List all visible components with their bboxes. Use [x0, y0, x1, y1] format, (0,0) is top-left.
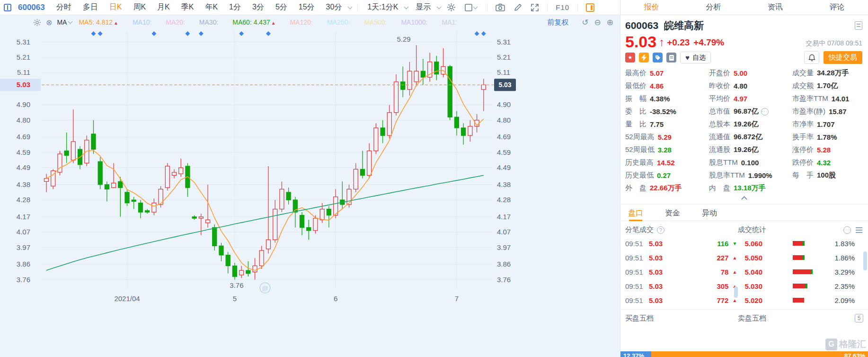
period-button-日K[interactable]: 日K	[104, 2, 128, 12]
ma-legend-item[interactable]: MA250:	[327, 18, 350, 26]
subtab-资金[interactable]: 资金	[665, 205, 680, 221]
ma-values: MA5: 4.812▲MA10:MA20:MA30:MA60: 4.437▲MA…	[79, 18, 471, 26]
chevron-down-icon[interactable]	[437, 4, 442, 9]
ma-legend-item[interactable]: MA5: 4.812▲	[79, 18, 118, 26]
display-menu-button[interactable]: 显示	[410, 2, 436, 12]
period-button-30分[interactable]: 30分	[320, 2, 348, 12]
ma-legend-item[interactable]: MA20:	[166, 18, 185, 26]
brand-watermark: G 格隆汇	[825, 338, 866, 350]
help-icon[interactable]: ?	[657, 226, 664, 234]
stats-list-scrollbar[interactable]	[863, 251, 867, 270]
collapse-quote-button[interactable]	[620, 195, 868, 201]
period-button-5分[interactable]: 5分	[270, 2, 293, 12]
panel-tab-资讯[interactable]: 资讯	[768, 2, 783, 12]
chevron-down-icon[interactable]	[68, 19, 73, 24]
indicator-settings-gear-icon[interactable]	[33, 18, 41, 27]
gear-icon[interactable]	[447, 3, 456, 12]
ma-legend-item[interactable]: MA60: 4.437▲	[232, 18, 275, 26]
svg-text:4.38: 4.38	[17, 180, 30, 188]
pencil-icon[interactable]	[514, 3, 522, 12]
notes-icon[interactable]	[855, 21, 862, 30]
level5-quote-icon[interactable]: 5	[855, 314, 863, 322]
quote-cell: 外 盘22.66万手	[625, 184, 709, 193]
indicator-legend: ⊗ MA MA5: 4.812▲MA10:MA20:MA30:MA60: 4.4…	[0, 15, 620, 29]
sell-depth-label[interactable]: 卖盘五档	[738, 314, 766, 323]
report-badge-icon[interactable]	[666, 53, 676, 62]
list-view-icon[interactable]	[856, 227, 862, 233]
quick-trade-button[interactable]: 快捷交易	[824, 51, 862, 64]
trade-count: 772	[678, 296, 728, 304]
ma-legend-item[interactable]: MA10:	[133, 18, 151, 26]
kline-chart-area[interactable]: 5.315.315.215.215.115.114.904.904.804.80…	[0, 29, 620, 357]
more-options-icon[interactable]: ···	[843, 226, 851, 234]
period-button-分时[interactable]: 分时	[51, 2, 77, 12]
panel-tab-报价[interactable]: 报价	[644, 2, 659, 12]
adjust-mode-button[interactable]: 前复权	[547, 18, 568, 27]
indicator-close-icon[interactable]: ⊗	[46, 18, 52, 27]
subtab-盘口[interactable]: 盘口	[628, 205, 643, 221]
quote-label: 市盈率(静)	[792, 107, 825, 116]
svg-text:5.03: 5.03	[17, 80, 30, 89]
triangle-down-icon: ▼	[728, 241, 737, 246]
chevron-down-icon[interactable]	[348, 4, 353, 9]
ma-legend-item[interactable]: MA1:	[442, 18, 457, 26]
svg-text:@: @	[262, 285, 268, 292]
tick-list-scrollbar[interactable]	[734, 286, 738, 298]
stat-pct: 2.09%	[834, 296, 855, 304]
fullscreen-icon[interactable]	[531, 3, 539, 12]
quote-cell: 成交额1.70亿	[792, 81, 865, 90]
period-button-季K[interactable]: 季K	[176, 2, 200, 12]
side-panel-toggle-icon[interactable]	[586, 3, 594, 12]
period-button-多日[interactable]: 多日	[77, 2, 104, 12]
shanghai-connect-badge-icon[interactable]: ★	[625, 53, 635, 62]
ma-legend-item[interactable]: MA30:	[199, 18, 218, 26]
trade-time: 09:51	[625, 240, 649, 248]
ma-indicator-label[interactable]: MA	[57, 18, 67, 26]
period-button-15分[interactable]: 15分	[293, 2, 320, 12]
undo-icon[interactable]: ↺	[582, 18, 588, 27]
quote-value: 5.29	[658, 133, 672, 141]
svg-text:7: 7	[455, 295, 459, 303]
compare-mode-button[interactable]: 1天:1分K	[362, 2, 404, 12]
camera-icon[interactable]	[496, 3, 505, 11]
ma-legend-item[interactable]: MA500:	[364, 18, 387, 26]
tag-badge-icon[interactable]	[653, 53, 663, 62]
buy-depth-label[interactable]: 买盘五档	[625, 314, 738, 323]
zoom-out-icon[interactable]: ⊖	[594, 18, 601, 27]
quote-value: 1.990%	[748, 171, 772, 179]
lightning-badge-icon[interactable]	[639, 53, 649, 62]
panel-tab-分析[interactable]: 分析	[706, 2, 721, 12]
alert-bell-button[interactable]	[804, 51, 819, 64]
quote-cell: 振 幅4.38%	[625, 94, 709, 103]
period-button-1分[interactable]: 1分	[223, 2, 247, 12]
svg-text:5.31: 5.31	[497, 38, 511, 46]
add-favorite-button[interactable]: ♥ 自选	[680, 52, 711, 63]
kline-chart-svg[interactable]: 5.315.315.215.215.115.114.904.904.804.80…	[0, 29, 620, 357]
trade-stats-list[interactable]: 5.0601.83%5.0501.86%5.0403.29%5.0302.35%…	[737, 236, 865, 307]
quote-row: 历史最高14.52股息TTM0.100跌停价4.32	[625, 156, 865, 169]
f10-button[interactable]: F10	[556, 3, 569, 11]
tick-trade-list[interactable]: 09:515.03116▼09:515.03227▲09:515.0378▲09…	[625, 236, 737, 307]
quote-row: 外 盘22.66万手内 盘13.18万手	[625, 182, 865, 195]
zoom-in-icon[interactable]: ⊕	[607, 18, 613, 27]
quote-value: 4.80	[734, 82, 747, 90]
sidebar-toggle-icon[interactable]	[4, 4, 11, 11]
period-button-周K[interactable]: 周K	[127, 2, 151, 12]
ma-legend-item[interactable]: MA1000:	[401, 18, 427, 26]
period-button-3分[interactable]: 3分	[247, 2, 270, 12]
subtab-异动[interactable]: 异动	[702, 205, 717, 221]
svg-text:3.86: 3.86	[17, 260, 30, 268]
ellipsis-icon[interactable]: ···	[761, 108, 769, 116]
period-button-月K[interactable]: 月K	[151, 2, 176, 12]
quote-value: 96.87亿	[734, 107, 759, 116]
period-button-年K[interactable]: 年K	[199, 2, 223, 12]
chevron-down-icon[interactable]	[404, 4, 409, 9]
quote-cell: 52周最低3.28	[625, 145, 709, 154]
layout-select-icon[interactable]	[464, 3, 479, 12]
panel-tab-评论[interactable]: 评论	[830, 2, 845, 12]
stock-code-toolbar[interactable]: 600063	[16, 3, 51, 12]
quote-label: 流通股	[709, 145, 730, 154]
ma-legend-item[interactable]: MA120:	[290, 18, 313, 26]
svg-text:4.69: 4.69	[17, 133, 30, 141]
quote-grid: 最高价5.07开盘价5.00成交量34.28万手最低价4.86昨收价4.80成交…	[620, 63, 868, 195]
